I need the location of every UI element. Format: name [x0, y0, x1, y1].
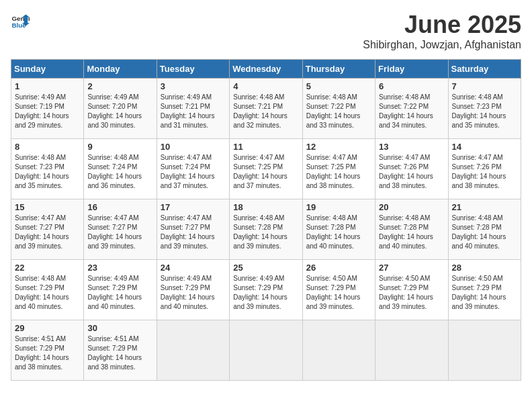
day-info: Sunrise: 4:49 AM Sunset: 7:29 PM Dayligh…: [233, 274, 298, 312]
day-number: 18: [233, 202, 298, 212]
day-info: Sunrise: 4:50 AM Sunset: 7:29 PM Dayligh…: [306, 274, 371, 312]
calendar-cell: [157, 320, 229, 381]
logo-icon: General Blue: [11, 11, 30, 30]
header-thursday: Thursday: [302, 60, 375, 79]
day-number: 6: [379, 81, 444, 91]
calendar-cell: 28Sunrise: 4:50 AM Sunset: 7:29 PM Dayli…: [448, 260, 521, 320]
day-info: Sunrise: 4:49 AM Sunset: 7:20 PM Dayligh…: [87, 93, 152, 130]
calendar-cell: 30Sunrise: 4:51 AM Sunset: 7:29 PM Dayli…: [84, 320, 157, 381]
day-number: 26: [306, 263, 371, 273]
day-info: Sunrise: 4:48 AM Sunset: 7:21 PM Dayligh…: [233, 93, 298, 130]
calendar-cell: 5Sunrise: 4:48 AM Sunset: 7:22 PM Daylig…: [302, 79, 375, 139]
week-row-2: 8Sunrise: 4:48 AM Sunset: 7:23 PM Daylig…: [11, 139, 521, 199]
day-info: Sunrise: 4:48 AM Sunset: 7:28 PM Dayligh…: [306, 214, 371, 251]
calendar-cell: [448, 320, 521, 381]
day-info: Sunrise: 4:48 AM Sunset: 7:22 PM Dayligh…: [306, 93, 371, 130]
day-info: Sunrise: 4:47 AM Sunset: 7:27 PM Dayligh…: [15, 214, 80, 251]
day-info: Sunrise: 4:49 AM Sunset: 7:29 PM Dayligh…: [161, 274, 226, 312]
calendar-cell: 19Sunrise: 4:48 AM Sunset: 7:28 PM Dayli…: [302, 199, 375, 260]
calendar-cell: 11Sunrise: 4:47 AM Sunset: 7:25 PM Dayli…: [230, 139, 302, 199]
calendar-cell: 8Sunrise: 4:48 AM Sunset: 7:23 PM Daylig…: [11, 139, 84, 199]
calendar-cell: 6Sunrise: 4:48 AM Sunset: 7:22 PM Daylig…: [375, 79, 448, 139]
day-number: 27: [379, 263, 444, 273]
calendar-cell: 7Sunrise: 4:48 AM Sunset: 7:23 PM Daylig…: [448, 79, 521, 139]
day-info: Sunrise: 4:51 AM Sunset: 7:29 PM Dayligh…: [15, 334, 80, 372]
day-info: Sunrise: 4:48 AM Sunset: 7:28 PM Dayligh…: [452, 214, 517, 251]
day-number: 3: [161, 81, 226, 91]
day-number: 1: [15, 81, 80, 91]
calendar-cell: 17Sunrise: 4:47 AM Sunset: 7:27 PM Dayli…: [157, 199, 229, 260]
day-info: Sunrise: 4:48 AM Sunset: 7:23 PM Dayligh…: [15, 153, 80, 191]
day-info: Sunrise: 4:47 AM Sunset: 7:25 PM Dayligh…: [233, 153, 298, 191]
day-number: 9: [87, 142, 152, 152]
location-title: Shibirghan, Jowzjan, Afghanistan: [363, 39, 521, 51]
day-number: 25: [233, 263, 298, 273]
week-row-3: 15Sunrise: 4:47 AM Sunset: 7:27 PM Dayli…: [11, 199, 521, 260]
calendar-cell: 1Sunrise: 4:49 AM Sunset: 7:19 PM Daylig…: [11, 79, 84, 139]
day-info: Sunrise: 4:47 AM Sunset: 7:27 PM Dayligh…: [161, 214, 226, 251]
calendar-cell: 2Sunrise: 4:49 AM Sunset: 7:20 PM Daylig…: [84, 79, 157, 139]
day-info: Sunrise: 4:49 AM Sunset: 7:21 PM Dayligh…: [161, 93, 226, 130]
day-number: 14: [452, 142, 517, 152]
calendar-cell: 21Sunrise: 4:48 AM Sunset: 7:28 PM Dayli…: [448, 199, 521, 260]
header-tuesday: Tuesday: [157, 60, 229, 79]
day-number: 10: [161, 142, 226, 152]
calendar-cell: [375, 320, 448, 381]
logo: General Blue: [11, 11, 30, 30]
calendar-cell: 23Sunrise: 4:49 AM Sunset: 7:29 PM Dayli…: [84, 260, 157, 320]
calendar-cell: 10Sunrise: 4:47 AM Sunset: 7:24 PM Dayli…: [157, 139, 229, 199]
calendar-cell: 27Sunrise: 4:50 AM Sunset: 7:29 PM Dayli…: [375, 260, 448, 320]
day-number: 16: [87, 202, 152, 212]
day-info: Sunrise: 4:50 AM Sunset: 7:29 PM Dayligh…: [379, 274, 444, 312]
day-info: Sunrise: 4:47 AM Sunset: 7:27 PM Dayligh…: [87, 214, 152, 251]
day-info: Sunrise: 4:49 AM Sunset: 7:19 PM Dayligh…: [15, 93, 80, 130]
day-number: 15: [15, 202, 80, 212]
day-number: 29: [15, 323, 80, 333]
day-number: 5: [306, 81, 371, 91]
calendar-cell: 15Sunrise: 4:47 AM Sunset: 7:27 PM Dayli…: [11, 199, 84, 260]
day-info: Sunrise: 4:48 AM Sunset: 7:24 PM Dayligh…: [87, 153, 152, 191]
header-sunday: Sunday: [11, 60, 84, 79]
calendar-cell: 4Sunrise: 4:48 AM Sunset: 7:21 PM Daylig…: [230, 79, 302, 139]
day-number: 17: [161, 202, 226, 212]
calendar-cell: 29Sunrise: 4:51 AM Sunset: 7:29 PM Dayli…: [11, 320, 84, 381]
day-number: 30: [87, 323, 152, 333]
day-number: 2: [87, 81, 152, 91]
day-number: 4: [233, 81, 298, 91]
calendar-cell: 13Sunrise: 4:47 AM Sunset: 7:26 PM Dayli…: [375, 139, 448, 199]
day-info: Sunrise: 4:47 AM Sunset: 7:26 PM Dayligh…: [379, 153, 444, 191]
day-info: Sunrise: 4:47 AM Sunset: 7:26 PM Dayligh…: [452, 153, 517, 191]
header-monday: Monday: [84, 60, 157, 79]
day-number: 23: [87, 263, 152, 273]
calendar-table: SundayMondayTuesdayWednesdayThursdayFrid…: [11, 59, 521, 381]
day-number: 7: [452, 81, 517, 91]
month-title: June 2025: [363, 11, 521, 39]
day-number: 8: [15, 142, 80, 152]
calendar-header-row: SundayMondayTuesdayWednesdayThursdayFrid…: [11, 60, 521, 79]
day-number: 19: [306, 202, 371, 212]
header-friday: Friday: [375, 60, 448, 79]
calendar-cell: [230, 320, 302, 381]
calendar-cell: 18Sunrise: 4:48 AM Sunset: 7:28 PM Dayli…: [230, 199, 302, 260]
calendar-cell: 9Sunrise: 4:48 AM Sunset: 7:24 PM Daylig…: [84, 139, 157, 199]
day-info: Sunrise: 4:51 AM Sunset: 7:29 PM Dayligh…: [87, 334, 152, 372]
title-section: June 2025 Shibirghan, Jowzjan, Afghanist…: [363, 11, 521, 51]
calendar-cell: 3Sunrise: 4:49 AM Sunset: 7:21 PM Daylig…: [157, 79, 229, 139]
calendar-cell: 14Sunrise: 4:47 AM Sunset: 7:26 PM Dayli…: [448, 139, 521, 199]
calendar-cell: [302, 320, 375, 381]
day-number: 11: [233, 142, 298, 152]
day-info: Sunrise: 4:48 AM Sunset: 7:28 PM Dayligh…: [379, 214, 444, 251]
calendar-cell: 24Sunrise: 4:49 AM Sunset: 7:29 PM Dayli…: [157, 260, 229, 320]
header: General Blue June 2025 Shibirghan, Jowzj…: [11, 11, 521, 51]
week-row-4: 22Sunrise: 4:48 AM Sunset: 7:29 PM Dayli…: [11, 260, 521, 320]
day-number: 20: [379, 202, 444, 212]
day-info: Sunrise: 4:49 AM Sunset: 7:29 PM Dayligh…: [87, 274, 152, 312]
calendar-cell: 12Sunrise: 4:47 AM Sunset: 7:25 PM Dayli…: [302, 139, 375, 199]
week-row-1: 1Sunrise: 4:49 AM Sunset: 7:19 PM Daylig…: [11, 79, 521, 139]
day-info: Sunrise: 4:50 AM Sunset: 7:29 PM Dayligh…: [452, 274, 517, 312]
day-info: Sunrise: 4:48 AM Sunset: 7:28 PM Dayligh…: [233, 214, 298, 251]
day-info: Sunrise: 4:48 AM Sunset: 7:22 PM Dayligh…: [379, 93, 444, 130]
header-saturday: Saturday: [448, 60, 521, 79]
day-number: 24: [161, 263, 226, 273]
day-number: 12: [306, 142, 371, 152]
